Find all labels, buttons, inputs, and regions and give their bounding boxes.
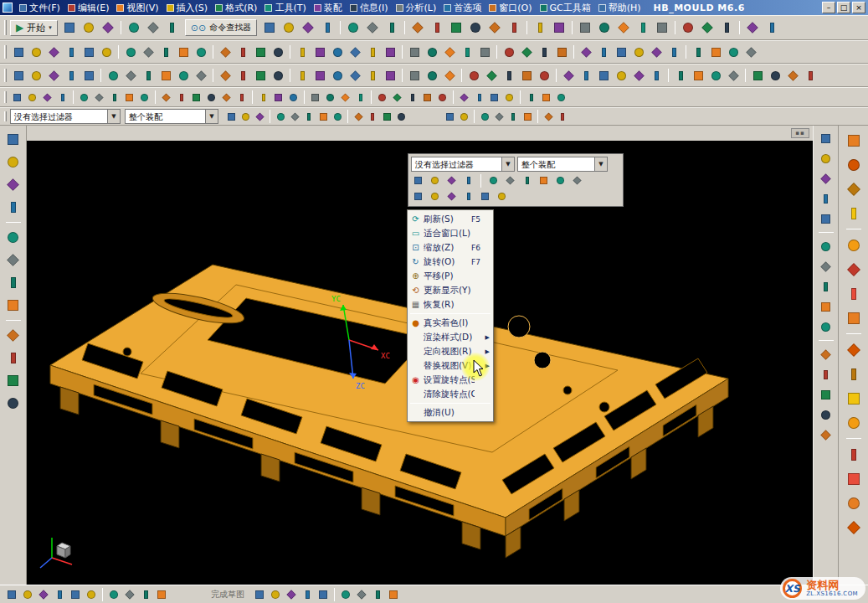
toolbar-icon[interactable] [352, 110, 365, 123]
toolbar-icon[interactable] [495, 189, 509, 204]
toolbar-icon[interactable] [843, 154, 864, 175]
toolbar-icon[interactable] [518, 67, 535, 84]
menu-item-orient-view[interactable]: 定向视图(R)▶ [408, 344, 493, 358]
panel-handle[interactable]: ▪▪ [791, 128, 809, 138]
toolbar-icon[interactable] [818, 318, 835, 335]
menu-item-clear-rotate-point[interactable]: 清除旋转点(C) [408, 387, 493, 401]
toolbar-icon[interactable] [63, 67, 80, 84]
toolbar-icon[interactable] [308, 90, 322, 105]
toolbar-icon[interactable] [318, 18, 336, 37]
toolbar-icon[interactable] [613, 67, 629, 84]
toolbar-icon[interactable] [80, 44, 97, 60]
toolbar-icon[interactable] [256, 90, 270, 105]
toolbar-icon[interactable] [725, 44, 742, 60]
toolbar-icon[interactable] [843, 517, 864, 538]
toolbar-icon[interactable] [394, 110, 408, 123]
toolbar-icon[interactable] [347, 44, 363, 60]
floating-scope-dropdown[interactable]: 整个装配 ▼ [517, 157, 608, 172]
toolbar-icon[interactable] [383, 18, 401, 37]
toolbar-icon[interactable] [3, 273, 23, 292]
toolbar-icon[interactable] [843, 468, 864, 489]
toolbar-icon[interactable] [271, 90, 285, 105]
menu-12[interactable]: GC工具箱 [537, 1, 594, 15]
chevron-down-icon[interactable]: ▼ [107, 110, 120, 123]
toolbar-icon[interactable] [3, 348, 23, 368]
toolbar-icon[interactable] [354, 587, 369, 602]
toolbar-icon[interactable] [3, 394, 23, 413]
toolbar-icon[interactable] [98, 44, 115, 60]
toolbar-icon[interactable] [3, 326, 23, 345]
toolbar-icon[interactable] [478, 189, 492, 204]
toolbar-icon[interactable] [217, 67, 234, 84]
toolbar-icon[interactable] [4, 587, 19, 602]
toolbar-icon[interactable] [193, 44, 209, 60]
toolbar-icon[interactable] [3, 228, 23, 247]
toolbar-icon[interactable] [406, 67, 423, 84]
toolbar-icon[interactable] [406, 44, 423, 60]
toolbar-icon[interactable] [260, 18, 279, 37]
toolbar-icon[interactable] [63, 44, 80, 60]
toolbar-icon[interactable] [137, 90, 152, 105]
toolbar-icon[interactable] [106, 587, 121, 602]
toolbar-icon[interactable] [157, 44, 174, 60]
toolbar-icon[interactable] [329, 67, 346, 84]
toolbar-icon[interactable] [382, 67, 398, 84]
toolbar-icon[interactable] [105, 67, 121, 84]
toolbar-icon[interactable] [767, 67, 783, 84]
toolbar-icon[interactable] [175, 44, 192, 60]
menu-8[interactable]: 信息(I) [347, 1, 392, 15]
toolbar-icon[interactable] [60, 18, 79, 37]
toolbar-icon[interactable] [818, 426, 835, 443]
toolbar-icon[interactable] [92, 90, 106, 105]
menu-item-set-rotate-point[interactable]: ◉设置旋转点(S) [408, 373, 493, 387]
toolbar-icon[interactable] [443, 110, 456, 123]
toolbar-icon[interactable] [140, 44, 157, 60]
toolbar-icon[interactable] [10, 44, 27, 60]
chevron-down-icon[interactable]: ▼ [594, 157, 607, 171]
toolbar-icon[interactable] [576, 18, 594, 37]
toolbar-icon[interactable] [144, 18, 162, 37]
menu-item-replace-view[interactable]: 替换视图(V)▶ [408, 358, 493, 373]
toolbar-icon[interactable] [380, 110, 393, 123]
toolbar-icon[interactable] [818, 150, 835, 167]
toolbar-icon[interactable] [818, 366, 835, 383]
toolbar-icon[interactable] [217, 44, 234, 60]
toolbar-icon[interactable] [3, 371, 23, 390]
toolbar-icon[interactable] [536, 44, 552, 60]
toolbar-icon[interactable] [802, 67, 819, 84]
toolbar-icon[interactable] [252, 44, 269, 60]
toolbar-icon[interactable] [653, 18, 671, 37]
toolbar-icon[interactable] [539, 90, 553, 105]
toolbar-icon[interactable] [252, 587, 267, 602]
toolbar-icon[interactable] [459, 44, 475, 60]
toolbar-icon[interactable] [252, 67, 269, 84]
toolbar-icon[interactable] [405, 90, 419, 105]
menu-1[interactable]: 文件(F) [16, 1, 64, 15]
toolbar-icon[interactable] [284, 587, 299, 602]
toolbar-icon[interactable] [52, 587, 67, 602]
toolbar-icon[interactable] [818, 130, 835, 147]
toolbar-icon[interactable] [125, 18, 143, 37]
toolbar-icon[interactable] [68, 587, 83, 602]
toolbar-grip[interactable] [4, 45, 7, 59]
menu-item-zoom[interactable]: ⊡缩放(Z)F6 [408, 240, 493, 255]
toolbar-icon[interactable] [520, 173, 534, 188]
toolbar-icon[interactable] [45, 67, 62, 84]
toolbar-icon[interactable] [843, 388, 864, 409]
toolbar-icon[interactable] [466, 18, 485, 37]
toolbar-icon[interactable] [316, 110, 330, 123]
toolbar-icon[interactable] [370, 587, 385, 602]
toolbar-icon[interactable] [542, 110, 555, 123]
toolbar-icon[interactable] [843, 307, 864, 328]
toolbar-icon[interactable] [163, 18, 182, 37]
toolbar-icon[interactable] [818, 298, 835, 315]
toolbar-icon[interactable] [366, 110, 379, 123]
toolbar-icon[interactable] [84, 587, 99, 602]
chevron-down-icon[interactable]: ▼ [205, 110, 218, 123]
toolbar-icon[interactable] [138, 587, 153, 602]
toolbar-icon[interactable] [707, 44, 724, 60]
toolbar-icon[interactable] [280, 18, 298, 37]
toolbar-icon[interactable] [77, 90, 91, 105]
toolbar-icon[interactable] [502, 90, 516, 105]
toolbar-icon[interactable] [338, 587, 353, 602]
